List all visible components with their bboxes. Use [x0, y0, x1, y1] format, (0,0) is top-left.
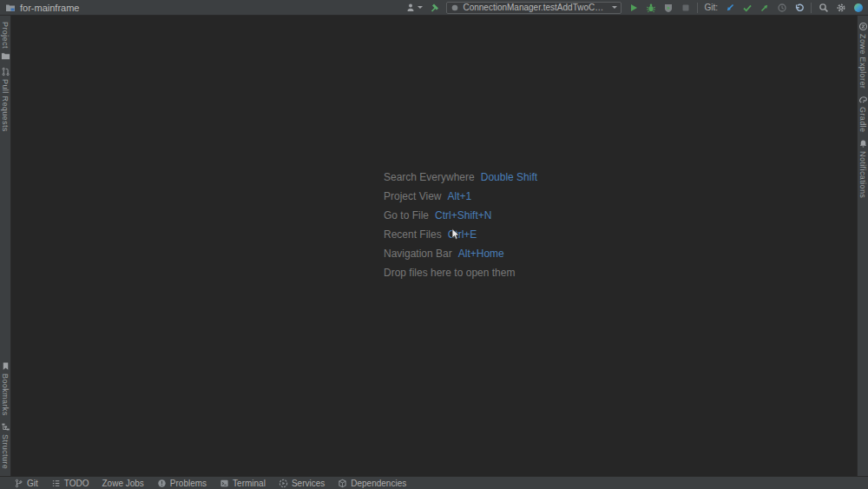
run-configuration-select[interactable]: ConnectionManager.testAddTwoConnectionsW… [446, 2, 621, 14]
statusbar-item-label: Terminal [233, 479, 266, 488]
structure-icon [1, 422, 10, 432]
chevron-down-icon [612, 6, 617, 9]
settings-gear-icon[interactable] [835, 2, 846, 14]
git-push-button[interactable] [759, 2, 770, 14]
statusbar-item-label: Problems [170, 479, 207, 488]
statusbar-item-services[interactable]: Services [279, 479, 325, 488]
structure-stripe-label: Structure [1, 434, 10, 469]
gradle-elephant-icon [858, 95, 868, 104]
run-button[interactable] [628, 2, 639, 14]
status-bar: Git TODO Zowe Jobs Problems Terminal Ser… [0, 476, 868, 489]
debug-button[interactable] [645, 2, 656, 14]
zowe-explorer-stripe-label: Zowe Explorer [858, 34, 867, 89]
shortcut-label: Project View [384, 190, 441, 202]
statusbar-item-label: Zowe Jobs [102, 479, 144, 488]
project-stripe-label: Project [1, 22, 10, 49]
run-with-coverage-button[interactable] [662, 2, 674, 14]
shortcut-key: Double Shift [481, 171, 537, 183]
todo-list-icon [51, 479, 61, 488]
window-title: for-mainframe [20, 3, 79, 13]
editor-shortcut-hints: Search Everywhere Double Shift Project V… [384, 168, 537, 282]
right-tool-window-stripe: Zowe Explorer Gradle Notifications [857, 16, 868, 476]
shortcut-label: Go to File [384, 209, 429, 221]
terminal-icon [220, 479, 229, 488]
drop-files-hint-row: Drop files here to open them [384, 263, 537, 282]
search-everywhere-icon[interactable] [818, 2, 829, 14]
sidebar-item-bookmarks[interactable]: Bookmarks [1, 361, 10, 416]
statusbar-item-zowe-jobs[interactable]: Zowe Jobs [102, 479, 144, 488]
git-commit-button[interactable] [741, 2, 753, 14]
git-update-project-button[interactable] [724, 2, 735, 14]
statusbar-item-label: Services [292, 479, 325, 488]
toolbar-separator [811, 3, 812, 13]
statusbar-item-dependencies[interactable]: Dependencies [338, 479, 406, 488]
shortcut-row: Search Everywhere Double Shift [384, 168, 537, 187]
bookmarks-stripe-label: Bookmarks [1, 373, 10, 416]
git-branch-icon [14, 479, 23, 488]
build-hammer-icon[interactable] [429, 2, 440, 14]
problems-icon [157, 479, 167, 488]
rollback-undo-button[interactable] [793, 2, 805, 14]
zowe-explorer-icon [858, 22, 868, 31]
statusbar-item-problems[interactable]: Problems [157, 479, 207, 488]
toolbar-separator [697, 3, 698, 13]
bookmarks-icon [1, 361, 10, 371]
shortcut-row: Project View Alt+1 [384, 187, 537, 206]
statusbar-item-label: Dependencies [351, 479, 406, 488]
notifications-stripe-label: Notifications [858, 151, 867, 198]
gradle-stripe-label: Gradle [858, 107, 867, 132]
notifications-bell-icon [858, 139, 868, 149]
left-tool-window-stripe: Project Pull Requests Bookmarks [0, 16, 11, 476]
editor-empty-area: Search Everywhere Double Shift Project V… [11, 16, 857, 476]
sidebar-item-structure[interactable]: Structure [1, 422, 10, 469]
stop-button [680, 2, 691, 14]
title-bar: for-mainframe ConnectionManager.testAddT… [0, 0, 868, 16]
run-config-name: ConnectionManager.testAddTwoConnectionsW… [463, 3, 607, 12]
shortcut-key: Ctrl+Shift+N [435, 209, 491, 221]
chevron-down-icon [418, 6, 423, 9]
statusbar-item-todo[interactable]: TODO [51, 479, 89, 488]
shortcut-row: Navigation Bar Alt+Home [384, 244, 537, 263]
git-group-label: Git: [704, 3, 718, 12]
shortcut-key: Alt+1 [447, 190, 471, 202]
main-toolbar: ConnectionManager.testAddTwoConnectionsW… [405, 2, 864, 14]
sidebar-item-pull-requests[interactable]: Pull Requests [1, 67, 10, 132]
statusbar-item-label: TODO [64, 479, 89, 488]
sidebar-item-gradle[interactable]: Gradle [858, 95, 868, 132]
drop-files-hint: Drop files here to open them [384, 267, 515, 279]
services-icon [279, 479, 288, 488]
sidebar-item-project[interactable]: Project [1, 22, 10, 61]
ide-profile-sphere-icon[interactable] [852, 2, 864, 14]
shortcut-label: Navigation Bar [384, 248, 452, 260]
code-with-me-user-icon[interactable] [405, 2, 423, 14]
statusbar-item-git[interactable]: Git [14, 479, 38, 488]
statusbar-item-label: Git [27, 479, 38, 488]
sidebar-item-zowe-explorer[interactable]: Zowe Explorer [858, 22, 868, 89]
run-config-icon [450, 3, 459, 12]
pull-request-icon [1, 67, 10, 76]
folder-icon [1, 51, 10, 61]
shortcut-row: Go to File Ctrl+Shift+N [384, 206, 537, 225]
mouse-cursor [451, 228, 462, 241]
sidebar-item-notifications[interactable]: Notifications [858, 139, 868, 198]
project-folder-icon [4, 2, 16, 14]
history-clock-icon [776, 2, 787, 14]
shortcut-label: Search Everywhere [384, 171, 475, 183]
statusbar-item-terminal[interactable]: Terminal [220, 479, 266, 488]
shortcut-key: Alt+Home [458, 248, 504, 260]
pull-requests-stripe-label: Pull Requests [1, 79, 10, 132]
dependencies-icon [338, 479, 347, 488]
shortcut-label: Recent Files [384, 228, 442, 241]
